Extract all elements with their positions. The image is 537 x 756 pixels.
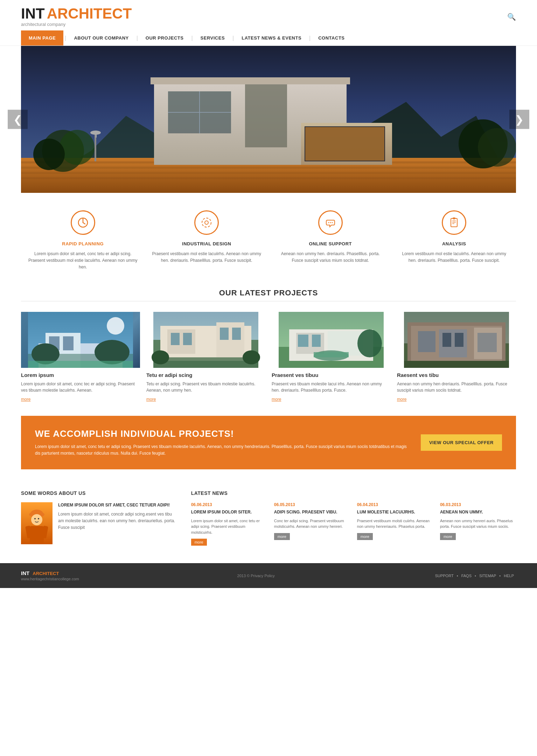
news-title: LATEST NEWS: [191, 490, 516, 496]
nav-item-contacts[interactable]: CONTACTS: [312, 30, 351, 46]
projects-divider: [21, 301, 516, 301]
hero-next-arrow[interactable]: ❯: [509, 110, 529, 129]
news-title-3: LUM MOLESTIE LACUIJRHS.: [357, 509, 433, 515]
svg-point-89: [34, 518, 36, 519]
news-text-3: Praesent vestibuum molsti cuiirhs. Aenea…: [357, 518, 433, 530]
search-icon[interactable]: 🔍: [507, 13, 516, 21]
hero-image: [21, 46, 516, 193]
project-title-4: Raesent ves tibu: [397, 372, 516, 378]
cta-banner: WE ACCOMPLISH INDIVIDUAL PROJECTS! Lorem…: [21, 416, 516, 469]
news-item-2: 06.05.2013 ADIPI SCING. PRAESENT VIBU. C…: [274, 502, 350, 546]
feature-text: Praesent vestibuam mol estie lacuiirhs. …: [152, 251, 262, 264]
svg-point-21: [33, 139, 65, 170]
news-items: 06.06.2013 LOREM IPSUM DOLOR SITER. Lore…: [191, 502, 516, 546]
news-date-2: 06.05.2013: [274, 502, 350, 507]
svg-point-35: [332, 222, 333, 223]
svg-rect-59: [232, 328, 241, 340]
news-title-4: AENEAN NON UMMY.: [440, 509, 516, 515]
footer-link-sitemap[interactable]: SITEMAP: [479, 574, 496, 578]
svg-rect-55: [171, 333, 180, 345]
project-image-1: [21, 312, 140, 368]
svg-rect-71: [314, 352, 349, 357]
nav-item-main-page[interactable]: MAIN PAGE: [21, 30, 63, 46]
project-image-2: [146, 312, 265, 368]
news-text-4: Aenean non ummy henreri auris. Phaselus …: [440, 518, 516, 530]
cta-button[interactable]: view our special offer: [421, 434, 502, 451]
project-item-1: Lorem ipsum Lorem ipsum dolor sit amet, …: [21, 312, 140, 402]
features-section: RAPID PLANNING Lorem ipsum dolor sit ame…: [0, 193, 537, 285]
nav-item-projects[interactable]: OUR PROJECTS: [139, 30, 190, 46]
footer-link-faqs[interactable]: FAQS: [461, 574, 472, 578]
svg-rect-80: [455, 333, 463, 347]
svg-rect-56: [183, 333, 192, 345]
svg-rect-16: [245, 84, 287, 147]
projects-title: OUR LATEST PROJECTS: [0, 285, 537, 301]
feature-text: Aenean non ummy hen. dreriauris. Phasell…: [276, 251, 385, 264]
svg-point-88: [31, 514, 42, 525]
about-text: Lorem ipsum dolor sit amet, concdr adipi…: [58, 511, 177, 531]
svg-rect-83: [404, 361, 509, 368]
svg-point-33: [328, 222, 329, 223]
news-more-btn-1[interactable]: more: [191, 539, 207, 546]
feature-industrial-design: INDUSTRIAL DESIGN Praesent vestibuam mol…: [145, 210, 269, 271]
nav-item-news[interactable]: LATEST NEWS & EVENTS: [235, 30, 308, 46]
footer: INT ARCHITECT www.heritagechristiancolle…: [0, 563, 537, 588]
svg-point-42: [107, 317, 124, 335]
project-more-4[interactable]: more: [397, 397, 516, 402]
project-more-3[interactable]: more: [272, 397, 391, 402]
project-text-4: Aenean non ummy hen dreriauris. Phaselll…: [397, 381, 516, 393]
industrial-design-icon: [194, 210, 219, 235]
main-nav: MAIN PAGE | ABOUT OUR COMPANY | OUR PROJ…: [0, 30, 537, 46]
logo[interactable]: INTARCHITECT architectural company: [21, 6, 132, 27]
news-title-1: LOREM IPSUM DOLOR SITER.: [191, 509, 267, 515]
svg-point-26: [478, 128, 516, 167]
project-text-2: Tetu er adipi scing. Praesent ves tibuam…: [146, 381, 265, 393]
news-section: LATEST NEWS 06.06.2013 LOREM IPSUM DOLOR…: [191, 490, 516, 546]
hero-svg: [21, 46, 516, 193]
svg-rect-5: [21, 167, 516, 169]
news-item-3: 06.04.2013 LUM MOLESTIE LACUIJRHS. Praes…: [357, 502, 433, 546]
hero-prev-arrow[interactable]: ❮: [8, 110, 28, 129]
news-date-4: 06.03.2013: [440, 502, 516, 507]
nav-item-about[interactable]: ABOUT OUR COMPANY: [68, 30, 135, 46]
nav-separator: |: [63, 35, 68, 41]
nav-separator: |: [135, 35, 139, 41]
bottom-section: SOME WORDS ABOUT US: [0, 476, 537, 556]
footer-link-help[interactable]: HELP: [504, 574, 514, 578]
svg-rect-91: [30, 526, 44, 544]
footer-left: INT ARCHITECT www.heritagechristiancolle…: [21, 570, 79, 581]
nav-item-services[interactable]: SERVICES: [194, 30, 231, 46]
project-more-2[interactable]: more: [146, 397, 265, 402]
cta-text: Lorem ipsum dolor sit amet, conc tetu er…: [35, 443, 410, 457]
footer-website: www.heritagechristiancollege.com: [21, 577, 79, 581]
footer-link-support[interactable]: SUPPORT: [435, 574, 454, 578]
feature-text: Lorem ipsum dolor sit amet, conc tetu er…: [28, 251, 138, 271]
svg-point-49: [95, 340, 130, 364]
project-text-3: Praesent ves tibuam molestie lacui irhs.…: [272, 381, 391, 393]
news-item-4: 06.03.2013 AENEAN NON UMMY. Aenean non u…: [440, 502, 516, 546]
project-text-1: Lorem ipsum dolor sit amet, conc tec er …: [21, 381, 140, 393]
svg-point-20: [60, 130, 95, 165]
about-text-title: LOREM IPSUM DOLOR SIT AMET, CSEC TETUER …: [58, 502, 177, 508]
footer-link-sep2: •: [475, 574, 476, 578]
news-more-btn-3[interactable]: more: [357, 533, 373, 540]
news-more-btn-4[interactable]: more: [440, 533, 456, 540]
svg-rect-79: [442, 333, 451, 347]
project-item-2: Tetu er adipi scing Tetu er adipi scing.…: [146, 312, 265, 402]
project-title-1: Lorem ipsum: [21, 372, 140, 378]
feature-title: ONLINE SUPPORT: [276, 241, 385, 246]
svg-point-61: [152, 350, 169, 364]
project-more-1[interactable]: more: [21, 397, 140, 402]
footer-links: SUPPORT • FAQS • SITEMAP • HELP: [433, 574, 516, 578]
news-item-1: 06.06.2013 LOREM IPSUM DOLOR SITER. Lore…: [191, 502, 267, 546]
svg-line-29: [83, 223, 85, 224]
svg-rect-36: [451, 218, 457, 227]
nav-separator: |: [308, 35, 312, 41]
project-title-3: Praesent ves tibuu: [272, 372, 391, 378]
logo-architect: ARCHITECT: [47, 5, 132, 22]
footer-logo: INT ARCHITECT: [21, 570, 79, 576]
about-title: SOME WORDS ABOUT US: [21, 490, 177, 496]
news-more-btn-2[interactable]: more: [274, 533, 290, 540]
about-content: LOREM IPSUM DOLOR SIT AMET, CSEC TETUER …: [21, 502, 177, 544]
svg-point-32: [202, 218, 211, 227]
